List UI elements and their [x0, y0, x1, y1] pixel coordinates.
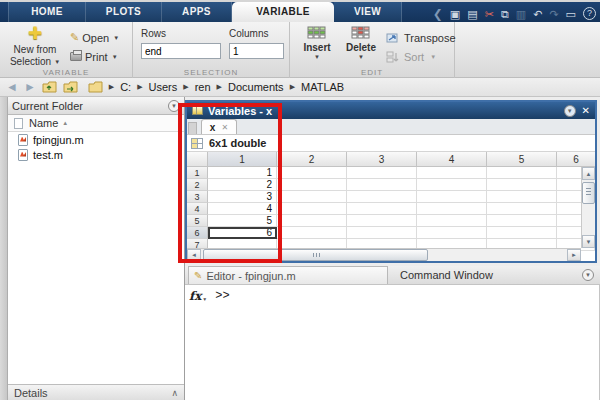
cell-r6c2[interactable] [277, 227, 347, 239]
new-from-selection-button[interactable]: ✚ New from Selection ▼ [4, 25, 66, 67]
cell-r2c3[interactable] [347, 179, 417, 191]
cell-r4c2[interactable] [277, 203, 347, 215]
collapsed-sidebar-strip[interactable] [0, 97, 8, 400]
cell-r5c3[interactable] [347, 215, 417, 227]
column-header-6[interactable]: 6 [557, 152, 595, 167]
cell-r6c5[interactable] [487, 227, 557, 239]
cell-r5c1[interactable]: 5 [208, 215, 277, 227]
copy-icon[interactable]: ⧉ [501, 6, 509, 22]
breadcrumb-item-users[interactable]: Users [149, 81, 178, 93]
cell-r1c5[interactable] [487, 167, 557, 179]
column-header-5[interactable]: 5 [487, 152, 557, 167]
help-icon[interactable]: ? [583, 7, 596, 20]
cell-r3c2[interactable] [277, 191, 347, 203]
cell-r3c1[interactable]: 3 [208, 191, 277, 203]
file-item-test[interactable]: test.m [8, 147, 184, 162]
variables-title-bar[interactable]: Variables - x ▼ ✕ [187, 102, 595, 119]
tab-variable[interactable]: VARIABLE [232, 2, 334, 22]
cell-r5c4[interactable] [417, 215, 487, 227]
editor-tab[interactable]: ✎ Editor - fpingjun.m [188, 266, 388, 284]
corner-cell[interactable] [187, 152, 208, 167]
cell-r4c3[interactable] [347, 203, 417, 215]
rows-input[interactable] [141, 43, 221, 59]
row-header-4[interactable]: 4 [187, 203, 208, 215]
row-header-2[interactable]: 2 [187, 179, 208, 191]
tab-view[interactable]: VIEW [334, 2, 402, 22]
breadcrumb-item-ren[interactable]: ren [195, 81, 211, 93]
vertical-scrollbar[interactable]: ▲ ▼ [581, 167, 595, 248]
close-icon[interactable]: ✕ [582, 105, 590, 116]
switch-window-icon[interactable]: ▭ [566, 6, 576, 22]
name-column-header[interactable]: Name ▲ [8, 115, 184, 132]
cell-r3c4[interactable] [417, 191, 487, 203]
tab-home[interactable]: HOME [8, 2, 86, 22]
row-header-3[interactable]: 3 [187, 191, 208, 203]
redo-icon[interactable]: ↷ [549, 6, 558, 22]
row-header-6[interactable]: 6 [187, 227, 208, 239]
cell-r2c4[interactable] [417, 179, 487, 191]
print-button[interactable]: Print ▼ [70, 49, 119, 64]
cell-r2c2[interactable] [277, 179, 347, 191]
panel-menu-icon[interactable]: ▼ [168, 100, 180, 112]
cell-r3c3[interactable] [347, 191, 417, 203]
scroll-left-icon[interactable]: ◄ [187, 249, 201, 261]
row-header-5[interactable]: 5 [187, 215, 208, 227]
forward-button[interactable]: ► [24, 80, 36, 94]
details-bar[interactable]: Details ∧ [8, 384, 184, 400]
variable-tab-x[interactable]: x ✕ [201, 119, 237, 134]
scroll-up-icon[interactable]: ▲ [582, 167, 595, 180]
row-header-1[interactable]: 1 [187, 167, 208, 179]
browse-folder-button[interactable] [63, 81, 78, 93]
command-window-title[interactable]: Command Window [388, 269, 582, 281]
columns-input[interactable] [229, 43, 284, 59]
horizontal-scroll-thumb[interactable] [203, 249, 428, 261]
transpose-button[interactable]: Transpose [386, 30, 456, 46]
breadcrumb-item-drive[interactable]: C: [120, 81, 131, 93]
column-header-1[interactable]: 1 [208, 152, 277, 167]
pane-menu-icon[interactable]: ▼ [582, 269, 594, 281]
open-button[interactable]: ✎ Open ▼ [70, 30, 119, 45]
cell-r1c2[interactable] [277, 167, 347, 179]
column-header-2[interactable]: 2 [277, 152, 347, 167]
paste-icon[interactable]: ▥ [516, 6, 526, 22]
scroll-right-icon[interactable]: ► [567, 249, 581, 261]
cell-r4c1[interactable]: 4 [208, 203, 277, 215]
sort-button[interactable]: Sort ▼ [386, 49, 456, 65]
undo-icon[interactable]: ↶ [533, 6, 542, 22]
breadcrumb-item-matlab[interactable]: MATLAB [301, 81, 344, 93]
delete-button[interactable]: Delete ▼ [340, 26, 382, 60]
new-script-icon[interactable]: ▣ [450, 6, 460, 22]
cell-r3c5[interactable] [487, 191, 557, 203]
cell-r6c4[interactable] [417, 227, 487, 239]
tab-apps[interactable]: APPS [162, 2, 232, 22]
cell-r1c1[interactable]: 1 [208, 167, 277, 179]
cell-r6c3[interactable] [347, 227, 417, 239]
cell-r2c1[interactable]: 2 [208, 179, 277, 191]
cell-r5c2[interactable] [277, 215, 347, 227]
insert-button[interactable]: Insert ▼ [296, 26, 338, 60]
column-header-4[interactable]: 4 [417, 152, 487, 167]
cell-r6c1-selected[interactable]: 6 [208, 227, 277, 239]
back-button[interactable]: ◄ [6, 80, 18, 94]
command-prompt[interactable]: >> [215, 289, 229, 303]
vertical-scroll-thumb[interactable] [582, 182, 595, 204]
cell-r4c5[interactable] [487, 203, 557, 215]
cell-r5c5[interactable] [487, 215, 557, 227]
close-icon[interactable]: ✕ [221, 123, 228, 132]
scroll-track[interactable] [428, 249, 567, 261]
fx-function-icon[interactable]: fx [189, 289, 201, 303]
cell-r1c4[interactable] [417, 167, 487, 179]
pane-menu-icon[interactable]: ▼ [564, 105, 576, 117]
cell-r1c3[interactable] [347, 167, 417, 179]
breadcrumb-item-documents[interactable]: Documents [228, 81, 284, 93]
save-icon[interactable]: ▤ [467, 6, 477, 22]
cell-r4c4[interactable] [417, 203, 487, 215]
file-item-fpingjun[interactable]: fpingjun.m [8, 132, 184, 147]
scroll-down-icon[interactable]: ▼ [582, 235, 595, 248]
column-header-3[interactable]: 3 [347, 152, 417, 167]
cell-r2c5[interactable] [487, 179, 557, 191]
command-window-content[interactable]: fx ▼ >> [185, 285, 600, 400]
tab-plots[interactable]: PLOTS [86, 2, 162, 22]
cut-icon[interactable]: ✂ [485, 6, 494, 22]
horizontal-scrollbar[interactable]: ◄ ► [187, 248, 581, 261]
